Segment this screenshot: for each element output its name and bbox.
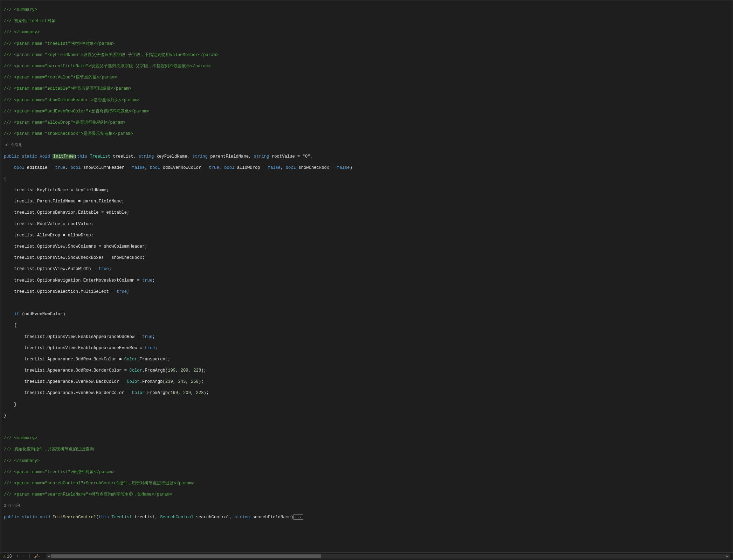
xmldoc-summary-text: /// 初始化查询控件，并实现树节点的过滤查询 xyxy=(4,447,94,452)
xmldoc-param: /// <param name="showColumnHeader"> xyxy=(4,98,94,103)
xmldoc-param: /// <param name="oddEvenRowColor"> xyxy=(4,109,91,114)
code-editor[interactable]: /// <summary> /// 初始化TreeList对象 /// </su… xyxy=(0,0,733,552)
xmldoc-param: /// <param name="treeList"> xyxy=(4,470,73,475)
codelens-refs[interactable]: 2 个引用 xyxy=(4,504,20,508)
xmldoc-summary-text: /// 初始化TreeList对象 xyxy=(4,19,56,23)
xmldoc-summary-open: /// <summary> xyxy=(4,436,37,441)
editor-window: /// <summary> /// 初始化TreeList对象 /// </su… xyxy=(0,0,733,560)
xmldoc-param: /// <param name="showCheckbox"> xyxy=(4,131,83,136)
warning-count[interactable]: ⚠18 xyxy=(3,554,12,559)
next-arrow-icon[interactable]: ↓ xyxy=(23,554,25,559)
method-name: InitSearchControl xyxy=(53,515,96,520)
xmldoc-param: /// <param name="rootValue"> xyxy=(4,75,76,80)
prev-arrow-icon[interactable]: ↑ xyxy=(16,554,19,559)
separator xyxy=(29,554,30,559)
scroll-thumb[interactable] xyxy=(51,554,321,558)
xmldoc-param: /// <param name="parentFieldName"> xyxy=(4,64,91,69)
scroll-track[interactable] xyxy=(51,554,725,559)
error-list-statusbar: ⚠18 ↑ ↓ 🖌▾ ◀ ▶ xyxy=(0,552,733,560)
codelens-refs[interactable]: 10 个引用 xyxy=(4,143,22,147)
scroll-right-icon[interactable]: ▶ xyxy=(725,554,730,559)
xmldoc-param: /// <param name="editable"> xyxy=(4,86,73,91)
method-name-highlight: InitTree xyxy=(53,154,75,159)
method-signature[interactable]: public static void InitTree(this TreeLis… xyxy=(4,154,733,159)
xmldoc-param: /// <param name="allowDrop"> xyxy=(4,120,76,125)
cleanup-brush-icon[interactable]: 🖌▾ xyxy=(34,554,40,559)
xmldoc-param: /// <param name="keyFieldName"> xyxy=(4,53,83,57)
xmldoc-param: /// <param name="searchControl"> xyxy=(4,481,86,486)
xmldoc-param: /// <param name="searchFieldName"> xyxy=(4,492,91,497)
method-signature-2[interactable]: public static void InitSearchControl(thi… xyxy=(4,514,733,520)
xmldoc-param: /// <param name="treeList"> xyxy=(4,41,73,46)
xmldoc-summary-close: /// </summary> xyxy=(4,30,40,35)
collapsed-body-icon[interactable]: ... xyxy=(293,514,303,520)
horizontal-scrollbar[interactable]: ◀ ▶ xyxy=(46,554,730,559)
scroll-left-icon[interactable]: ◀ xyxy=(46,554,51,559)
warning-icon: ⚠ xyxy=(3,554,6,559)
xmldoc-summary-close: /// </summary> xyxy=(4,458,40,463)
xmldoc-summary-open: /// <summary> xyxy=(4,7,37,12)
